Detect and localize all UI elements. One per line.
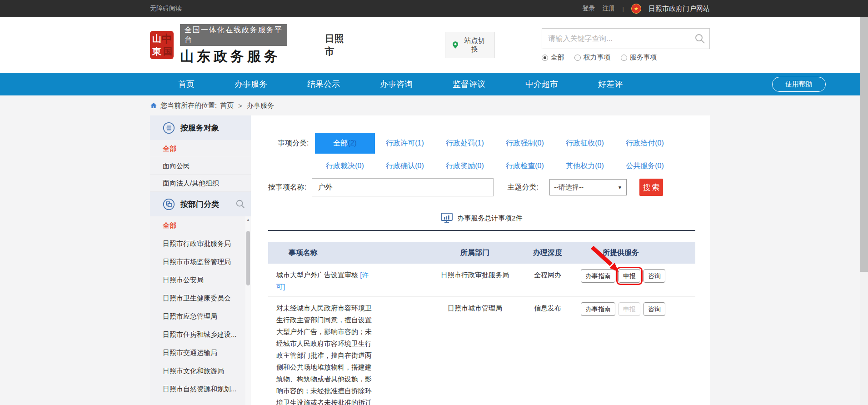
tab-label: 行政确认 xyxy=(386,162,415,170)
radio-checked-icon[interactable] xyxy=(542,55,548,61)
scrollbar-thumb[interactable] xyxy=(246,231,250,285)
filter-tab[interactable]: 行政确认(0) xyxy=(375,161,435,171)
search-scope-radios: 全部 权力事项 服务事项 xyxy=(542,53,710,62)
page-scrollbar[interactable] xyxy=(860,17,868,405)
dept-item[interactable]: 日照市公安局 xyxy=(150,271,251,289)
dept-item[interactable]: 日照市自然资源和规划... xyxy=(150,380,251,398)
search-button[interactable]: 搜索 xyxy=(639,179,663,196)
platform-tagline: 全国一体化在线政务服务平台 xyxy=(180,24,287,46)
table-row: 城市大型户外广告设置审核 [许可] 日照市行政审批服务局 全程网办 办事指南 申… xyxy=(268,264,695,297)
scope-power-items[interactable]: 权力事项 xyxy=(574,53,611,62)
chart-monitor-icon xyxy=(441,213,453,224)
tab-label: 行政检查 xyxy=(506,162,535,170)
nav-item-consult[interactable]: 办事咨询 xyxy=(360,73,433,95)
tab-count: (0) xyxy=(655,139,664,147)
dept-item[interactable]: 日照市交通运输局 xyxy=(150,344,251,362)
sidebar-item-legal-persons[interactable]: 面向法人/其他组织 xyxy=(150,175,251,192)
list-circle-icon xyxy=(163,122,175,134)
scope-all[interactable]: 全部 xyxy=(542,53,564,62)
radio-icon[interactable] xyxy=(574,55,581,61)
tab-label: 行政奖励 xyxy=(446,162,475,170)
breadcrumb: 您当前所在的位置: 首页 > 办事服务 xyxy=(0,95,868,115)
sidebar: 按服务对象 全部 面向公民 面向法人/其他组织 按部门分类 xyxy=(150,115,251,405)
search-icon[interactable] xyxy=(694,33,705,44)
accessibility-link[interactable]: 无障碍阅读 xyxy=(150,5,182,13)
tab-count: (0) xyxy=(535,139,544,147)
dept-item[interactable]: 日照市文化和旅游局 xyxy=(150,362,251,380)
guide-button[interactable]: 办事指南 xyxy=(581,269,615,283)
dept-item[interactable]: 日照市应急管理局 xyxy=(150,307,251,325)
tab-count: (0) xyxy=(595,139,604,147)
dept-item-all[interactable]: 全部 xyxy=(150,216,251,235)
filter-tab[interactable]: 行政处罚(1) xyxy=(435,139,495,148)
sidebar-item-citizens[interactable]: 面向公民 xyxy=(150,157,251,175)
filter-tab[interactable]: 其他权力(0) xyxy=(555,161,615,171)
category-filters: 事项分类: 全部(2) 行政许可(1) 行政处罚(1) 行政强制(0) 行政征收… xyxy=(268,133,695,175)
department-list-scrollbar[interactable]: ▲ xyxy=(245,216,251,405)
filter-label: 事项分类: xyxy=(278,133,315,175)
nav-item-home[interactable]: 首页 xyxy=(158,73,215,95)
layers-circle-icon xyxy=(163,198,175,210)
item-name-input[interactable] xyxy=(312,178,494,196)
nav-item-rating[interactable]: 好差评 xyxy=(578,73,643,95)
stats-row: 办事服务总计事项2件 xyxy=(268,213,695,224)
filter-tab-all[interactable]: 全部(2) xyxy=(315,133,375,154)
filter-tab[interactable]: 行政强制(0) xyxy=(495,139,555,148)
dept-item[interactable]: 日照市市场监督管理局 xyxy=(150,253,251,271)
filter-tab[interactable]: 行政裁决(0) xyxy=(315,161,375,171)
col-depth: 办理深度 xyxy=(518,248,577,258)
login-link[interactable]: 登录 xyxy=(583,5,595,13)
consult-button[interactable]: 咨询 xyxy=(644,269,665,283)
filter-tab[interactable]: 公共服务(0) xyxy=(615,161,675,171)
items-table: 事项名称 所属部门 办理深度 所提供服务 城市大型户外广告设置审核 [许可] 日… xyxy=(268,242,695,405)
guide-button[interactable]: 办事指南 xyxy=(581,302,615,316)
item-name-link[interactable]: 对未经城市人民政府市容环境卫生行政主管部门同意，擅自设置大型户外广告，影响市容的… xyxy=(276,302,373,405)
department-search-icon[interactable] xyxy=(235,199,245,209)
service-object-title: 按服务对象 xyxy=(180,123,219,133)
item-name-link[interactable]: 城市大型户外广告设置审核 [许可] xyxy=(276,269,373,293)
help-button[interactable]: 使用帮助 xyxy=(772,77,826,92)
consult-button[interactable]: 咨询 xyxy=(644,302,665,316)
apply-button-disabled: 申报 xyxy=(619,302,640,316)
breadcrumb-home[interactable]: 首页 xyxy=(220,101,234,110)
dept-item[interactable]: 日照市行政审批服务局 xyxy=(150,235,251,253)
site-logo[interactable]: 山東中国 全国一体化在线政务服务平台 山东政务服务 xyxy=(150,24,287,66)
nav-item-results[interactable]: 结果公示 xyxy=(287,73,360,95)
main-nav: 首页 办事服务 结果公示 办事咨询 监督评议 中介超市 好差评 使用帮助 xyxy=(0,73,868,95)
tab-count: (0) xyxy=(595,162,604,170)
tab-count: (0) xyxy=(355,162,364,170)
nav-item-intermediary[interactable]: 中介超市 xyxy=(505,73,578,95)
nav-item-supervision[interactable]: 监督评议 xyxy=(433,73,505,95)
tab-label: 行政给付 xyxy=(626,139,655,147)
scope-service-items[interactable]: 服务事项 xyxy=(621,53,657,62)
register-link[interactable]: 注册 xyxy=(603,5,615,13)
tab-count: (0) xyxy=(415,162,424,170)
city-name: 日照市 xyxy=(324,32,352,58)
sidebar-item-all[interactable]: 全部 xyxy=(150,140,251,157)
breadcrumb-current[interactable]: 办事服务 xyxy=(247,101,274,110)
filter-tab[interactable]: 行政给付(0) xyxy=(615,139,675,148)
dept-item[interactable]: 日照市卫生健康委员会 xyxy=(150,289,251,307)
tab-count: (1) xyxy=(475,139,484,147)
dept-item[interactable]: 日照市住房和城乡建设... xyxy=(150,325,251,344)
national-emblem-icon: ★ xyxy=(631,4,641,14)
filter-tab[interactable]: 行政许可(1) xyxy=(375,139,435,148)
scroll-up-icon[interactable]: ▲ xyxy=(245,216,251,222)
tab-count: (1) xyxy=(415,139,424,147)
portal-link[interactable]: 日照市政府门户网站 xyxy=(649,5,710,13)
filter-tab[interactable]: 行政检查(0) xyxy=(495,161,555,171)
site-switch-button[interactable]: 站点切换 xyxy=(445,32,495,58)
keyword-search-input[interactable] xyxy=(542,28,710,49)
department-list: 全部 日照市行政审批服务局 日照市市场监督管理局 日照市公安局 日照市卫生健康委… xyxy=(150,216,251,405)
tab-label: 行政征收 xyxy=(566,139,595,147)
filter-tab[interactable]: 行政征收(0) xyxy=(555,139,615,148)
filter-tab[interactable]: 行政奖励(0) xyxy=(435,161,495,171)
page-scrollbar-thumb[interactable] xyxy=(860,17,868,272)
radio-icon[interactable] xyxy=(621,55,627,61)
topic-select[interactable]: --请选择-- ▼ xyxy=(549,179,627,195)
scope-service-label: 服务事项 xyxy=(630,53,657,62)
tab-label: 行政裁决 xyxy=(326,162,355,170)
scope-power-label: 权力事项 xyxy=(584,53,611,62)
nav-item-services[interactable]: 办事服务 xyxy=(215,73,287,95)
apply-button[interactable]: 申报 xyxy=(619,269,640,283)
